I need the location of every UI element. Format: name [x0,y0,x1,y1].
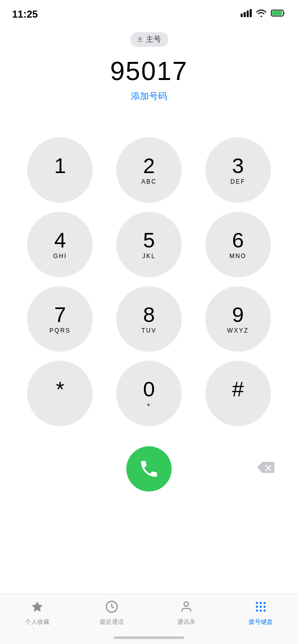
dial-btn-1[interactable]: 1 [27,137,93,203]
dial-btn-#[interactable]: # [205,361,271,426]
delete-button[interactable] [253,456,278,481]
svg-point-11 [260,602,262,604]
wifi-icon [256,9,267,19]
battery-icon [271,9,286,19]
svg-rect-0 [241,14,243,17]
dial-num-9: 9 [232,304,244,326]
action-row [0,441,298,497]
call-button[interactable] [126,446,172,492]
dial-letters-3: DEF [231,178,246,185]
dial-num-5: 5 [143,230,155,251]
signal-icon [241,9,252,19]
clock-icon [105,600,118,615]
dialpad: 1 2ABC3DEF4GHI5JKL6MNO7PQRS8TUV9WXYZ* 0+… [0,117,298,436]
dial-btn-4[interactable]: 4GHI [27,212,93,277]
sim-badge[interactable]: 主 主号 [130,32,168,47]
tab-recents-label: 最近通话 [100,618,124,626]
dial-letters-5: JKL [142,253,156,260]
tab-recents[interactable]: 最近通话 [74,600,149,626]
dial-num-0: 0 [143,379,155,400]
dial-btn-7[interactable]: 7PQRS [27,286,93,352]
dial-num-8: 8 [143,304,155,326]
status-icons [241,9,286,19]
sim-badge-icon: 主 [137,36,143,43]
dial-letters-6: MNO [230,253,247,260]
dial-letters-4: GHI [53,253,67,260]
sim-badge-label: 主号 [146,35,161,44]
keypad-icon [254,600,267,615]
dial-num-3: 3 [232,155,244,177]
svg-rect-1 [244,12,246,17]
tab-contacts[interactable]: 通讯录 [149,600,224,626]
dial-letters-9: WXYZ [227,327,249,334]
tab-keypad-label: 拨号键盘 [249,618,273,626]
svg-point-12 [263,602,265,604]
dial-letters-2: ABC [141,178,157,185]
dial-btn-8[interactable]: 8TUV [116,286,182,352]
home-indicator [114,636,184,639]
star-icon [31,600,44,615]
dial-btn-9[interactable]: 9WXYZ [205,286,271,352]
svg-point-10 [256,602,258,604]
phone-number-display: 95017 [0,56,298,86]
tab-contacts-label: 通讯录 [177,618,195,626]
dial-btn-3[interactable]: 3DEF [205,137,271,203]
svg-point-14 [260,606,262,608]
dial-num-4: 4 [54,230,66,251]
status-bar: 11:25 [0,0,298,25]
dial-letters-7: PQRS [49,327,70,334]
svg-point-9 [184,602,189,606]
tab-favorites[interactable]: 个人收藏 [0,600,74,626]
dial-btn-*[interactable]: * [27,361,93,426]
dial-num-7: 7 [54,304,66,326]
person-icon [180,600,193,615]
svg-rect-2 [247,11,249,17]
svg-rect-3 [250,9,252,17]
dial-letters-8: TUV [141,327,157,334]
add-number-link[interactable]: 添加号码 [0,90,298,102]
dial-btn-5[interactable]: 5JKL [116,212,182,277]
dial-letters-0: + [146,401,151,409]
dial-btn-6[interactable]: 6MNO [205,212,271,277]
tab-keypad[interactable]: 拨号键盘 [224,600,298,626]
status-time: 11:25 [12,9,38,20]
svg-point-17 [260,609,262,611]
dial-num-2: 2 [143,155,155,177]
dial-num-*: * [56,379,64,400]
svg-point-18 [263,609,265,611]
delete-icon [256,461,274,477]
dial-btn-2[interactable]: 2ABC [116,137,182,203]
dial-btn-0[interactable]: 0+ [116,361,182,426]
tab-favorites-label: 个人收藏 [25,618,49,626]
svg-point-16 [256,609,258,611]
svg-point-13 [256,606,258,608]
svg-point-15 [263,606,265,608]
dial-num-#: # [232,379,244,400]
dial-num-6: 6 [232,230,244,251]
svg-rect-5 [272,11,282,16]
dial-num-1: 1 [54,155,66,177]
